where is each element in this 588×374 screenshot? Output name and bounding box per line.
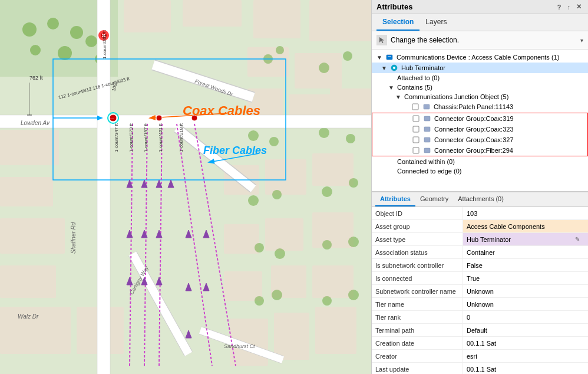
svg-point-42 [319, 127, 329, 138]
svg-rect-22 [312, 212, 354, 248]
pin-icon[interactable]: ↑ [566, 4, 573, 11]
attrs-tab-attachments[interactable]: Attachments (0) [453, 192, 508, 206]
svg-rect-6 [0, 130, 59, 165]
attrs-row: Last update00.1.1 Sat [372, 363, 588, 374]
attrs-row: Creatoresri [372, 350, 588, 363]
attrs-value: 103 [463, 207, 588, 219]
svg-point-126 [156, 115, 162, 121]
svg-point-41 [269, 137, 279, 146]
tree-attached-to[interactable]: ▶ Attached to (0) [372, 73, 588, 83]
contains-label: Contains (5) [397, 84, 432, 91]
tree-contains[interactable]: ▼ Contains (5) [372, 83, 588, 92]
tree-chassis-patch[interactable]: ▶ Chassis:Patch Panel:11143 [372, 101, 588, 112]
attrs-row: Association statusContainer [372, 246, 588, 259]
tree-contained-within[interactable]: ▶ Contained within (0) [372, 157, 588, 166]
attributes-panel: Attributes ? ↑ ✕ Selection Layers Change… [371, 0, 588, 374]
attrs-row: Is subnetwork controllerFalse [372, 259, 588, 272]
svg-rect-139 [424, 137, 430, 142]
svg-rect-7 [0, 177, 53, 206]
attrs-key: Terminal path [372, 324, 463, 336]
change-selection-text: Change the selection. [391, 36, 577, 44]
connector-icon [423, 114, 431, 123]
dropdown-arrow-icon: ▾ [580, 37, 583, 44]
svg-text:762 ft: 762 ft [29, 75, 43, 81]
svg-rect-56 [0, 115, 371, 128]
tree-connected-to-edge[interactable]: ▶ Connected to edge (0) [372, 166, 588, 176]
help-icon[interactable]: ? [556, 4, 563, 11]
svg-point-37 [276, 46, 284, 54]
map-area[interactable]: 1-count/347 ft 1-count/373 ft 1-count/19… [0, 0, 371, 374]
svg-point-52 [255, 296, 264, 306]
selection-content: Change the selection. ▾ ▼ Communications… [372, 31, 588, 191]
svg-rect-13 [295, 53, 342, 88]
checkbox-icon [412, 125, 420, 133]
svg-point-33 [58, 46, 72, 60]
attrs-row: Subnetwork controller nameUnknown [372, 285, 588, 298]
attrs-row: Asset groupAccess Cable Components [372, 220, 588, 233]
svg-rect-8 [0, 218, 65, 254]
attrs-row: Terminal pathDefault [372, 324, 588, 337]
svg-text:Sandhurst Ct: Sandhurst Ct [224, 343, 255, 349]
svg-rect-3 [183, 0, 242, 27]
svg-point-31 [70, 26, 83, 39]
checkbox-icon [412, 146, 420, 155]
tree-connector-fiber294[interactable]: ▶ Connector Group:Fiber:294 [372, 145, 587, 156]
tree-hub-terminator[interactable]: ▼ Hub Terminator [372, 63, 588, 73]
svg-point-55 [348, 290, 359, 300]
attrs-key: Is connected [372, 272, 463, 284]
tab-layers[interactable]: Layers [419, 14, 452, 31]
tree-connector-coax319[interactable]: ▶ Connector Group:Coax:319 [372, 113, 587, 124]
attrs-value: Hub Terminator✎ [463, 233, 588, 245]
tree-connector-coax323[interactable]: ▶ Connector Group:Coax:323 [372, 124, 587, 134]
attrs-value: Unknown [463, 298, 588, 310]
svg-rect-9 [0, 265, 56, 298]
top-tabs-bar: Selection Layers [372, 14, 588, 31]
red-border-group: ▶ Connector Group:Coax:319 ▶ [372, 113, 588, 156]
panel-title: Attributes [376, 2, 412, 11]
svg-point-32 [30, 45, 41, 55]
edit-icon[interactable]: ✎ [575, 236, 584, 242]
attrs-tab-attributes[interactable]: Attributes [375, 192, 415, 206]
svg-point-51 [348, 237, 359, 247]
svg-point-30 [47, 18, 59, 29]
attrs-value: True [463, 272, 588, 284]
svg-rect-132 [412, 104, 418, 110]
attrs-value: 0 [463, 311, 588, 323]
svg-rect-20 [224, 224, 259, 254]
tab-selection[interactable]: Selection [376, 14, 419, 31]
close-icon[interactable]: ✕ [574, 3, 583, 11]
svg-point-127 [191, 115, 197, 121]
attrs-table: Object ID103Asset groupAccess Cable Comp… [372, 207, 588, 374]
tree-root[interactable]: ▼ Communications Device : Access Cable C… [372, 52, 588, 63]
tree-connector-coax327[interactable]: ▶ Connector Group:Coax:327 [372, 134, 587, 145]
svg-text:Walz Dr: Walz Dr [18, 313, 39, 320]
device-icon [385, 53, 394, 61]
connector-icon [423, 136, 431, 144]
svg-point-44 [248, 195, 259, 206]
attrs-value: Default [463, 324, 588, 336]
attrs-tab-geometry[interactable]: Geometry [415, 192, 453, 206]
chassis-label: Chassis:Patch Panel:11143 [434, 103, 513, 110]
connector-coax327-label: Connector Group:Coax:327 [434, 136, 514, 143]
svg-text:1-count/197 ft: 1-count/197 ft [143, 123, 148, 152]
cursor-icon [376, 35, 387, 45]
attrs-row: Is connectedTrue [372, 272, 588, 285]
svg-rect-27 [274, 313, 309, 360]
svg-point-39 [343, 51, 352, 61]
attrs-value: Container [463, 246, 588, 258]
attrs-value: False [463, 259, 588, 271]
tree-comm-junction[interactable]: ▼ Communications Junction Object (5) [372, 92, 588, 101]
svg-point-34 [85, 35, 97, 47]
svg-rect-4 [253, 0, 300, 38]
attrs-key: Object ID [372, 207, 463, 219]
svg-rect-140 [413, 147, 419, 153]
tree-expand-arrow: ▼ [376, 54, 382, 61]
attrs-key: Subnetwork controller name [372, 285, 463, 297]
attrs-key: Association status [372, 246, 463, 258]
attrs-key: Last update [372, 363, 463, 374]
svg-point-131 [393, 67, 395, 69]
svg-text:—: — [110, 116, 114, 120]
device-small-icon [422, 103, 431, 111]
svg-rect-25 [312, 265, 354, 298]
change-selection-bar[interactable]: Change the selection. ▾ [372, 31, 588, 50]
